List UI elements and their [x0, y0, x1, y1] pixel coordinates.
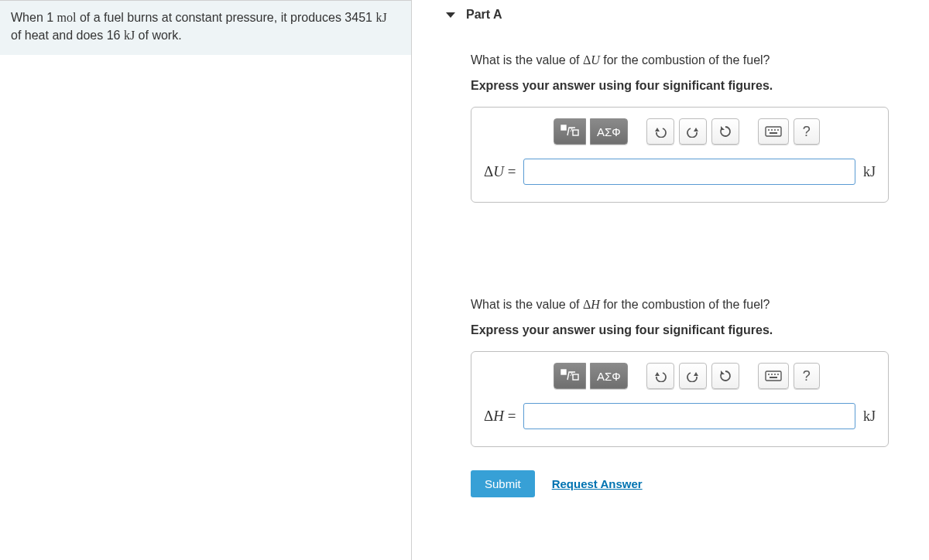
variable-label: ΔH =: [484, 408, 516, 425]
svg-point-7: [777, 129, 779, 131]
svg-point-16: [777, 374, 779, 375]
greek-symbols-button[interactable]: ΑΣФ: [590, 118, 628, 145]
question-block-delta-h: What is the value of ΔH for the combusti…: [471, 295, 918, 447]
prompt-text: for the combustion of the fuel?: [600, 298, 770, 311]
svg-rect-12: [766, 371, 781, 381]
equation-toolbar: x ΑΣФ ?: [484, 363, 876, 389]
templates-button[interactable]: x: [554, 363, 586, 389]
instruction-text: Express your answer using four significa…: [471, 79, 918, 93]
answer-widget: x ΑΣФ ?: [471, 351, 889, 447]
svg-point-14: [771, 374, 773, 375]
variable-delta-h: ΔH: [583, 298, 600, 311]
variable-delta-u: ΔΔUU: [583, 53, 600, 67]
undo-button[interactable]: [646, 363, 674, 389]
problem-statement: When 1 mol of a fuel burns at constant p…: [0, 0, 411, 55]
unit-kj: kJ: [124, 29, 135, 42]
answer-input-delta-h[interactable]: [523, 403, 855, 429]
answer-input-row: ΔU = kJ: [484, 159, 876, 185]
instruction-text: Express your answer using four significa…: [471, 323, 918, 337]
question-prompt: What is the value of ΔΔUU for the combus…: [471, 51, 918, 70]
svg-rect-17: [770, 377, 777, 378]
svg-rect-2: [573, 130, 578, 135]
problem-text: of a fuel burns at constant pressure, it…: [76, 11, 375, 24]
redo-icon: [686, 125, 700, 138]
problem-panel: When 1 mol of a fuel burns at constant p…: [0, 0, 412, 560]
unit-label: kJ: [863, 164, 876, 180]
equation-toolbar: x ΑΣФ ?: [484, 118, 876, 145]
answer-widget: x ΑΣФ ?: [471, 107, 889, 203]
svg-point-13: [768, 374, 770, 375]
prompt-text: What is the value of: [471, 298, 583, 311]
help-button[interactable]: ?: [794, 363, 820, 389]
undo-button[interactable]: [646, 118, 674, 145]
svg-point-4: [768, 129, 770, 131]
templates-icon: x: [560, 125, 579, 138]
unit-mol: mol: [57, 11, 77, 24]
svg-point-15: [774, 374, 776, 375]
svg-rect-9: [561, 370, 566, 374]
keyboard-icon: [765, 126, 782, 137]
svg-point-5: [771, 129, 773, 131]
unit-kj: kJ: [375, 11, 386, 24]
svg-rect-3: [766, 127, 781, 136]
unit-label: kJ: [863, 408, 876, 425]
reset-button[interactable]: [711, 118, 739, 145]
templates-button[interactable]: x: [554, 118, 586, 145]
part-header[interactable]: Part A: [423, 0, 918, 29]
question-block-delta-u: What is the value of ΔΔUU for the combus…: [471, 51, 918, 203]
templates-icon: x: [560, 369, 579, 383]
variable-label: ΔU =: [484, 163, 516, 180]
svg-point-6: [774, 129, 776, 131]
reset-icon: [718, 125, 732, 138]
part-title: Part A: [466, 8, 502, 22]
greek-symbols-button[interactable]: ΑΣФ: [590, 363, 628, 389]
prompt-text: What is the value of: [471, 53, 583, 67]
undo-icon: [653, 370, 667, 382]
reset-icon: [718, 369, 732, 383]
answer-input-row: ΔH = kJ: [484, 403, 876, 429]
caret-down-icon: [446, 12, 455, 18]
answer-input-delta-u[interactable]: [523, 159, 855, 185]
redo-button[interactable]: [679, 363, 707, 389]
question-prompt: What is the value of ΔH for the combusti…: [471, 295, 918, 314]
submit-row: Submit Request Answer: [471, 470, 918, 497]
keyboard-button[interactable]: [758, 363, 789, 389]
svg-rect-11: [573, 374, 578, 380]
problem-text: When 1: [11, 11, 57, 24]
keyboard-icon: [765, 370, 782, 381]
keyboard-button[interactable]: [758, 118, 789, 145]
svg-rect-8: [770, 132, 777, 134]
problem-text: of heat and does 16: [11, 29, 124, 42]
reset-button[interactable]: [711, 363, 739, 389]
submit-button[interactable]: Submit: [471, 470, 535, 497]
redo-button[interactable]: [679, 118, 707, 145]
redo-icon: [686, 370, 700, 382]
undo-icon: [653, 125, 667, 138]
help-button[interactable]: ?: [794, 118, 820, 145]
svg-rect-0: [561, 125, 566, 130]
request-answer-link[interactable]: Request Answer: [552, 477, 643, 490]
problem-text: of work.: [135, 29, 181, 42]
answer-panel: Part A What is the value of ΔΔUU for the…: [412, 0, 929, 560]
prompt-text: for the combustion of the fuel?: [600, 53, 770, 67]
